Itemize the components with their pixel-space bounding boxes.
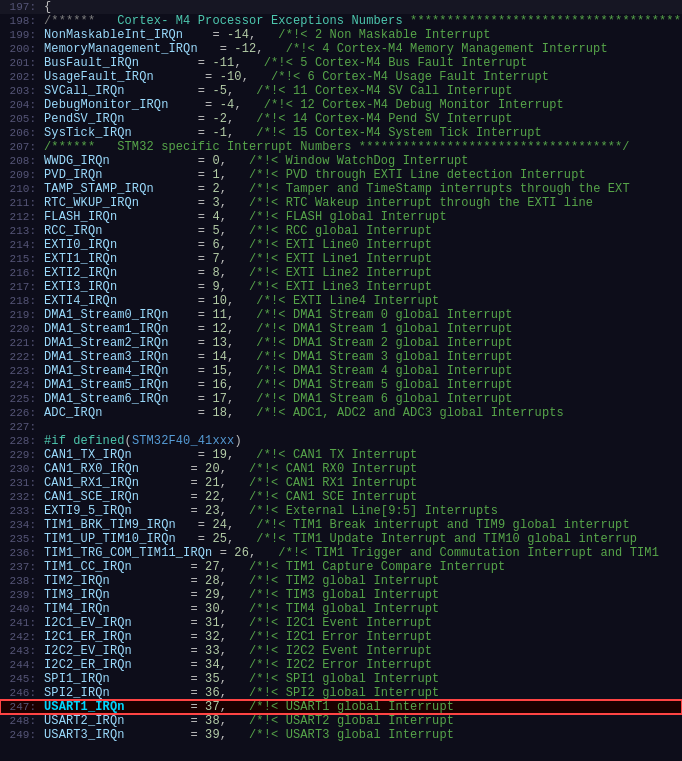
code-line-201: 201: BusFault_IRQn = -11, /*!< 5 Cortex-… <box>0 56 682 70</box>
line-number: 247: <box>4 701 36 713</box>
line-content: WWDG_IRQn = 0, /*!< Window WatchDog Inte… <box>44 154 678 168</box>
line-number: 210: <box>4 183 36 195</box>
line-number: 240: <box>4 603 36 615</box>
line-content: I2C2_ER_IRQn = 34, /*!< I2C2 Error Inter… <box>44 658 678 672</box>
code-line-243: 243: I2C2_EV_IRQn = 33, /*!< I2C2 Event … <box>0 644 682 658</box>
line-content: /****** STM32 specific Interrupt Numbers… <box>44 140 678 154</box>
line-number: 230: <box>4 463 36 475</box>
code-line-215: 215: EXTI1_IRQn = 7, /*!< EXTI Line1 Int… <box>0 252 682 266</box>
line-content: /****** Cortex- M4 Processor Exceptions … <box>44 14 682 28</box>
line-number: 219: <box>4 309 36 321</box>
line-content: RTC_WKUP_IRQn = 3, /*!< RTC Wakeup inter… <box>44 196 678 210</box>
line-number: 215: <box>4 253 36 265</box>
line-content: TIM1_CC_IRQn = 27, /*!< TIM1 Capture Com… <box>44 560 678 574</box>
line-number: 235: <box>4 533 36 545</box>
line-number: 239: <box>4 589 36 601</box>
line-number: 218: <box>4 295 36 307</box>
code-line-199: 199: NonMaskableInt_IRQn = -14, /*!< 2 N… <box>0 28 682 42</box>
line-content: PVD_IRQn = 1, /*!< PVD through EXTI Line… <box>44 168 678 182</box>
line-content: UsageFault_IRQn = -10, /*!< 6 Cortex-M4 … <box>44 70 678 84</box>
code-line-242: 242: I2C1_ER_IRQn = 32, /*!< I2C1 Error … <box>0 630 682 644</box>
line-number: 227: <box>4 421 36 433</box>
line-number: 217: <box>4 281 36 293</box>
line-number: 242: <box>4 631 36 643</box>
code-line-207: 207: /****** STM32 specific Interrupt Nu… <box>0 140 682 154</box>
line-number: 224: <box>4 379 36 391</box>
code-line-228: 228: #if defined(STM32F40_41xxx) <box>0 434 682 448</box>
line-number: 198: <box>4 15 36 27</box>
code-line-206: 206: SysTick_IRQn = -1, /*!< 15 Cortex-M… <box>0 126 682 140</box>
line-content: I2C1_EV_IRQn = 31, /*!< I2C1 Event Inter… <box>44 616 678 630</box>
line-number: 203: <box>4 85 36 97</box>
line-content: CAN1_RX1_IRQn = 21, /*!< CAN1 RX1 Interr… <box>44 476 678 490</box>
line-number: 233: <box>4 505 36 517</box>
line-content: TAMP_STAMP_IRQn = 2, /*!< Tamper and Tim… <box>44 182 678 196</box>
line-content: EXTI3_IRQn = 9, /*!< EXTI Line3 Interrup… <box>44 280 678 294</box>
line-content: TIM4_IRQn = 30, /*!< TIM4 global Interru… <box>44 602 678 616</box>
line-content: DMA1_Stream0_IRQn = 11, /*!< DMA1 Stream… <box>44 308 678 322</box>
line-number: 244: <box>4 659 36 671</box>
code-line-237: 237: TIM1_CC_IRQn = 27, /*!< TIM1 Captur… <box>0 560 682 574</box>
code-line-249: 249: USART3_IRQn = 39, /*!< USART3 globa… <box>0 728 682 742</box>
code-line-203: 203: SVCall_IRQn = -5, /*!< 11 Cortex-M4… <box>0 84 682 98</box>
code-line-226: 226: ADC_IRQn = 18, /*!< ADC1, ADC2 and … <box>0 406 682 420</box>
line-number: 243: <box>4 645 36 657</box>
line-content: CAN1_RX0_IRQn = 20, /*!< CAN1 RX0 Interr… <box>44 462 678 476</box>
line-number: 248: <box>4 715 36 727</box>
code-line-213: 213: RCC_IRQn = 5, /*!< RCC global Inter… <box>0 224 682 238</box>
code-line-246: 246: SPI2_IRQn = 36, /*!< SPI2 global In… <box>0 686 682 700</box>
line-number: 225: <box>4 393 36 405</box>
code-line-244: 244: I2C2_ER_IRQn = 34, /*!< I2C2 Error … <box>0 658 682 672</box>
code-line-200: 200: MemoryManagement_IRQn = -12, /*!< 4… <box>0 42 682 56</box>
code-container: 197: { 198: /****** Cortex- M4 Processor… <box>0 0 682 761</box>
line-content: TIM1_UP_TIM10_IRQn = 25, /*!< TIM1 Updat… <box>44 532 678 546</box>
line-content: DMA1_Stream3_IRQn = 14, /*!< DMA1 Stream… <box>44 350 678 364</box>
line-number: 209: <box>4 169 36 181</box>
line-content: TIM3_IRQn = 29, /*!< TIM3 global Interru… <box>44 588 678 602</box>
line-number: 204: <box>4 99 36 111</box>
line-number: 212: <box>4 211 36 223</box>
line-number: 200: <box>4 43 36 55</box>
line-content: CAN1_SCE_IRQn = 22, /*!< CAN1 SCE Interr… <box>44 490 678 504</box>
line-number: 226: <box>4 407 36 419</box>
code-line-230: 230: CAN1_RX0_IRQn = 20, /*!< CAN1 RX0 I… <box>0 462 682 476</box>
line-content: DMA1_Stream5_IRQn = 16, /*!< DMA1 Stream… <box>44 378 678 392</box>
code-line-232: 232: CAN1_SCE_IRQn = 22, /*!< CAN1 SCE I… <box>0 490 682 504</box>
code-line-198: 198: /****** Cortex- M4 Processor Except… <box>0 14 682 28</box>
line-content: { <box>44 0 678 14</box>
line-content: #if defined(STM32F40_41xxx) <box>44 434 678 448</box>
line-number: 197: <box>4 1 36 13</box>
code-line-234: 234: TIM1_BRK_TIM9_IRQn = 24, /*!< TIM1 … <box>0 518 682 532</box>
code-line-223: 223: DMA1_Stream4_IRQn = 15, /*!< DMA1 S… <box>0 364 682 378</box>
line-number: 199: <box>4 29 36 41</box>
line-content: I2C2_EV_IRQn = 33, /*!< I2C2 Event Inter… <box>44 644 678 658</box>
line-content: DebugMonitor_IRQn = -4, /*!< 12 Cortex-M… <box>44 98 678 112</box>
line-content: EXTI0_IRQn = 6, /*!< EXTI Line0 Interrup… <box>44 238 678 252</box>
line-number: 208: <box>4 155 36 167</box>
line-content: PendSV_IRQn = -2, /*!< 14 Cortex-M4 Pend… <box>44 112 678 126</box>
code-line-222: 222: DMA1_Stream3_IRQn = 14, /*!< DMA1 S… <box>0 350 682 364</box>
line-content <box>44 420 678 434</box>
code-line-224: 224: DMA1_Stream5_IRQn = 16, /*!< DMA1 S… <box>0 378 682 392</box>
line-content: USART3_IRQn = 39, /*!< USART3 global Int… <box>44 728 678 742</box>
line-content: EXTI1_IRQn = 7, /*!< EXTI Line1 Interrup… <box>44 252 678 266</box>
line-number: 207: <box>4 141 36 153</box>
line-content: CAN1_TX_IRQn = 19, /*!< CAN1 TX Interrup… <box>44 448 678 462</box>
line-number: 236: <box>4 547 36 559</box>
line-number: 220: <box>4 323 36 335</box>
line-content: DMA1_Stream2_IRQn = 13, /*!< DMA1 Stream… <box>44 336 678 350</box>
line-number: 231: <box>4 477 36 489</box>
line-number: 222: <box>4 351 36 363</box>
code-line-229: 229: CAN1_TX_IRQn = 19, /*!< CAN1 TX Int… <box>0 448 682 462</box>
line-number: 205: <box>4 113 36 125</box>
line-content: TIM1_TRG_COM_TIM11_IRQn = 26, /*!< TIM1 … <box>44 546 678 560</box>
code-line-235: 235: TIM1_UP_TIM10_IRQn = 25, /*!< TIM1 … <box>0 532 682 546</box>
code-line-221: 221: DMA1_Stream2_IRQn = 13, /*!< DMA1 S… <box>0 336 682 350</box>
line-content: SPI1_IRQn = 35, /*!< SPI1 global Interru… <box>44 672 678 686</box>
line-content: TIM1_BRK_TIM9_IRQn = 24, /*!< TIM1 Break… <box>44 518 678 532</box>
line-number: 229: <box>4 449 36 461</box>
line-number: 234: <box>4 519 36 531</box>
code-line-217: 217: EXTI3_IRQn = 9, /*!< EXTI Line3 Int… <box>0 280 682 294</box>
code-line-197: 197: { <box>0 0 682 14</box>
code-line-248: 248: USART2_IRQn = 38, /*!< USART2 globa… <box>0 714 682 728</box>
